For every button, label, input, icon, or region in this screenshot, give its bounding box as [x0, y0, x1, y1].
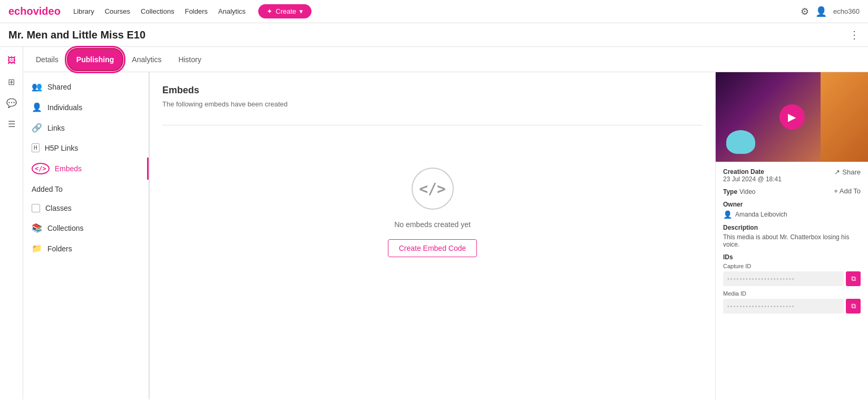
type-label: Type	[723, 188, 737, 195]
nav-classes[interactable]: Classes	[23, 199, 149, 218]
owner-name: Amanda Leibovich	[735, 211, 787, 218]
share-button[interactable]: ↗ Share	[834, 168, 861, 176]
nav-library[interactable]: Library	[73, 7, 94, 15]
media-id-row: ⧉	[723, 299, 861, 314]
add-to-label: + Add To	[834, 187, 861, 195]
creation-date-value: 23 Jul 2024 @ 18:41	[723, 175, 782, 183]
type-row: Type Video + Add To	[723, 187, 861, 195]
nav-collections[interactable]: 📚 Collections	[23, 218, 149, 238]
stair-decoration	[821, 72, 868, 162]
icon-sidebar: 🖼 ⊞ 💬 ☰	[0, 47, 23, 399]
capture-id-input	[723, 271, 844, 286]
main-layout: 👥 Shared 👤 Individuals 🔗 Links H H5P Lin…	[23, 72, 868, 399]
tab-analytics[interactable]: Analytics	[123, 49, 170, 70]
grid-icon-button[interactable]: ⊞	[2, 72, 21, 91]
character-decoration	[726, 130, 755, 154]
logo-text: echovideo	[8, 5, 61, 17]
copy-capture-id-button[interactable]: ⧉	[846, 271, 861, 286]
classes-icon	[32, 204, 40, 212]
add-to-button[interactable]: + Add To	[834, 187, 861, 195]
nav-links[interactable]: 🔗 Links	[23, 118, 149, 138]
share-icon: ↗	[834, 168, 840, 176]
nav-individuals[interactable]: 👤 Individuals	[23, 97, 149, 118]
play-button[interactable]: ▶	[779, 104, 805, 130]
nav-h5p-links[interactable]: H H5P Links	[23, 138, 149, 158]
embeds-code-icon: </>	[32, 163, 50, 174]
links-icon: 🔗	[32, 123, 42, 133]
embeds-empty-state: </> No embeds created yet Create Embed C…	[162, 146, 703, 278]
nav-h5p-links-label: H5P Links	[45, 144, 79, 152]
shared-icon: 👥	[32, 82, 42, 92]
panel-body: Creation Date 23 Jul 2024 @ 18:41 ↗ Shar…	[716, 162, 868, 324]
creation-date-group: Creation Date 23 Jul 2024 @ 18:41	[723, 168, 782, 183]
share-label: Share	[842, 168, 861, 176]
list-icon-button[interactable]: ☰	[2, 114, 21, 133]
nav-analytics[interactable]: Analytics	[218, 7, 246, 15]
nav-shared[interactable]: 👥 Shared	[23, 76, 149, 97]
media-id-label: Media ID	[723, 290, 861, 297]
nav-embeds[interactable]: </> Embeds	[23, 158, 149, 180]
nav-folders[interactable]: 📁 Folders	[23, 238, 149, 259]
nav-collections[interactable]: Collections	[141, 7, 174, 15]
type-value: Video	[739, 188, 755, 195]
content-area: 🖼 ⊞ 💬 ☰ Details Publishing Analytics His…	[0, 47, 868, 399]
code-symbol: </>	[419, 180, 446, 198]
owner-avatar-icon: 👤	[723, 210, 732, 219]
create-embed-button[interactable]: Create Embed Code	[388, 239, 477, 257]
copy-media-id-button[interactable]: ⧉	[846, 299, 861, 314]
tab-history[interactable]: History	[170, 49, 210, 70]
embeds-title: Embeds	[162, 85, 703, 96]
nav-links-label: Links	[47, 124, 65, 132]
collections-icon: 📚	[32, 223, 42, 233]
main-content: Embeds The following embeds have been cr…	[150, 72, 715, 399]
owner-label: Owner	[723, 201, 861, 208]
create-label: Create	[276, 7, 296, 15]
user-label: echo360	[833, 7, 860, 15]
create-button[interactable]: ✦ Create ▾	[258, 4, 311, 18]
capture-id-label: Capture ID	[723, 263, 861, 269]
owner-row: 👤 Amanda Leibovich	[723, 210, 861, 219]
tab-publishing[interactable]: Publishing	[67, 48, 124, 71]
capture-id-row: ⧉	[723, 271, 861, 286]
page-title-bar: Mr. Men and Little Miss E10 ⋮	[0, 23, 868, 47]
tabs-bar: Details Publishing Analytics History	[23, 47, 868, 72]
nav-collections-label: Collections	[47, 224, 83, 232]
nav-folders[interactable]: Folders	[185, 7, 208, 15]
type-group: Type Video	[723, 187, 756, 195]
logo: echovideo	[8, 5, 61, 17]
more-options-button[interactable]: ⋮	[849, 28, 860, 41]
nav-courses[interactable]: Courses	[105, 7, 130, 15]
ids-section: IDs Capture ID ⧉ Media ID ⧉	[723, 253, 861, 314]
nav-embeds-label: Embeds	[55, 164, 82, 173]
create-chevron-icon: ▾	[299, 7, 303, 15]
video-thumbnail: ▶	[716, 72, 868, 162]
description-text: This media is about Mr. Chatterbox losin…	[723, 233, 861, 248]
empty-state-text: No embeds created yet	[394, 220, 471, 229]
tab-details[interactable]: Details	[27, 49, 67, 70]
top-nav: echovideo Library Courses Collections Fo…	[0, 0, 868, 23]
settings-button[interactable]: ⚙	[801, 6, 809, 17]
tabs-and-main: Details Publishing Analytics History 👥 S…	[23, 47, 868, 399]
nav-shared-label: Shared	[47, 83, 71, 91]
nav-folders-label: Folders	[47, 244, 72, 253]
ids-label: IDs	[723, 253, 861, 261]
nav-added-to[interactable]: Added To	[23, 180, 149, 199]
nav-classes-label: Classes	[45, 204, 72, 212]
nav-right: ⚙ 👤 echo360	[801, 6, 860, 17]
nav-individuals-label: Individuals	[47, 103, 82, 112]
embeds-subtitle: The following embeds have been created	[162, 100, 703, 108]
creation-date-row: Creation Date 23 Jul 2024 @ 18:41 ↗ Shar…	[723, 168, 861, 183]
comment-icon-button[interactable]: 💬	[2, 93, 21, 112]
folders-icon: 📁	[32, 243, 42, 253]
embeds-divider	[162, 125, 703, 125]
media-icon-button[interactable]: 🖼	[2, 51, 21, 70]
user-button[interactable]: 👤	[815, 6, 827, 17]
h5p-icon: H	[32, 143, 40, 152]
individuals-icon: 👤	[32, 102, 42, 112]
description-label: Description	[723, 224, 861, 231]
media-id-input	[723, 299, 844, 314]
creation-date-label: Creation Date	[723, 168, 782, 175]
nav-added-to-label: Added To	[32, 185, 63, 193]
page-title: Mr. Men and Little Miss E10	[8, 29, 849, 41]
embed-code-icon: </>	[412, 168, 454, 210]
